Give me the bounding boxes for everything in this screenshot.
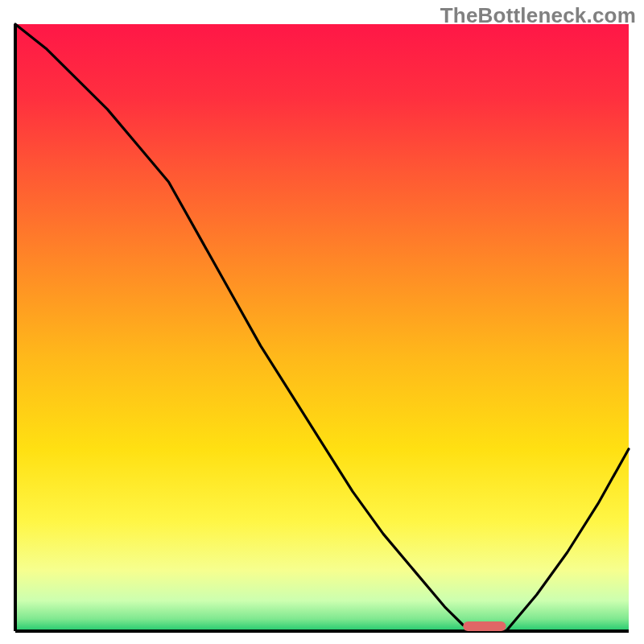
plot-area [12, 23, 632, 634]
gradient-background [15, 24, 629, 631]
chart-svg [12, 23, 632, 634]
chart-frame: TheBottleneck.com [0, 0, 644, 644]
optimal-marker [463, 621, 506, 631]
